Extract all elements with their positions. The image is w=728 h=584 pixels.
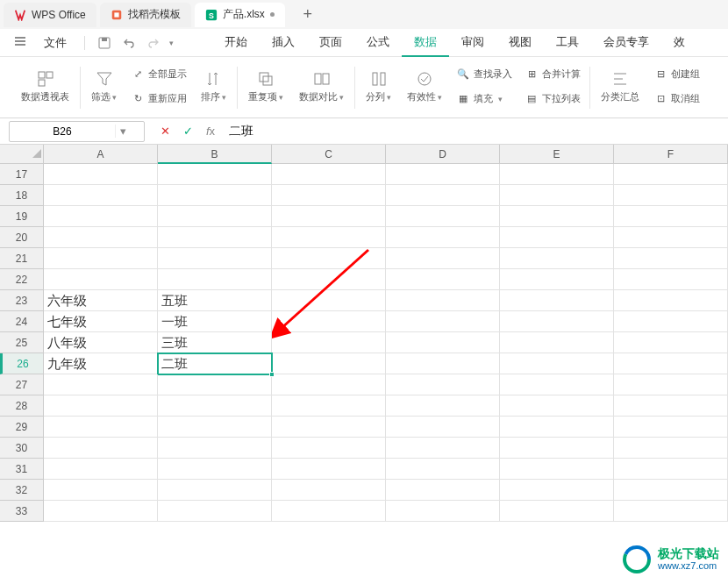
create-group-button[interactable]: ⊟创建组	[653, 65, 700, 84]
cell-C33[interactable]	[272, 501, 386, 522]
cell-F20[interactable]	[614, 227, 728, 248]
cell-C18[interactable]	[272, 185, 386, 206]
cell-F33[interactable]	[614, 501, 728, 522]
cell-D22[interactable]	[386, 269, 500, 290]
cell-F25[interactable]	[614, 332, 728, 353]
cell-D27[interactable]	[386, 374, 500, 395]
cell-B20[interactable]	[158, 227, 272, 248]
cell-B28[interactable]	[158, 395, 272, 417]
cell-C28[interactable]	[272, 395, 386, 417]
cell-F29[interactable]	[614, 417, 728, 438]
subtotal-button[interactable]: 分类汇总	[599, 62, 641, 111]
cell-D17[interactable]	[386, 164, 500, 185]
split-col-button[interactable]: 分列▾	[364, 62, 393, 111]
cell-D25[interactable]	[386, 332, 500, 353]
cell-C32[interactable]	[272, 480, 386, 501]
tab-insert[interactable]: 插入	[260, 29, 307, 57]
cell-F23[interactable]	[614, 290, 728, 311]
cell-F21[interactable]	[614, 248, 728, 269]
hamburger-icon[interactable]	[9, 32, 32, 53]
cell-B21[interactable]	[158, 248, 272, 269]
cell-C23[interactable]	[272, 290, 386, 311]
undo-button[interactable]	[118, 32, 139, 53]
file-menu[interactable]: 文件	[35, 32, 75, 54]
ungroup-button[interactable]: ⊡取消组	[653, 89, 700, 109]
tab-review[interactable]: 审阅	[449, 29, 496, 57]
col-header-A[interactable]: A	[44, 145, 158, 164]
col-header-D[interactable]: D	[386, 145, 500, 164]
cell-C27[interactable]	[272, 374, 386, 395]
name-box[interactable]: ▾	[9, 121, 145, 142]
cell-C25[interactable]	[272, 332, 386, 353]
cell-E19[interactable]	[500, 206, 614, 227]
row-header-25[interactable]: 25	[0, 332, 44, 353]
cell-E21[interactable]	[500, 248, 614, 269]
cell-B26[interactable]: 二班	[158, 353, 272, 374]
cell-C20[interactable]	[272, 227, 386, 248]
tab-start[interactable]: 开始	[212, 29, 260, 57]
cell-D23[interactable]	[386, 290, 500, 311]
pivot-table-button[interactable]: 数据透视表	[19, 62, 71, 111]
row-header-23[interactable]: 23	[0, 290, 44, 311]
cell-D33[interactable]	[386, 501, 500, 522]
confirm-icon[interactable]: ✓	[180, 125, 196, 138]
cell-C31[interactable]	[272, 459, 386, 480]
cell-E30[interactable]	[500, 438, 614, 459]
cell-A21[interactable]	[44, 248, 158, 269]
cell-E26[interactable]	[500, 353, 614, 374]
cell-E33[interactable]	[500, 501, 614, 522]
row-header-28[interactable]: 28	[0, 395, 44, 417]
cell-A33[interactable]	[44, 501, 158, 522]
cell-B30[interactable]	[158, 438, 272, 459]
name-box-input[interactable]	[10, 125, 115, 138]
row-header-27[interactable]: 27	[0, 374, 44, 395]
cell-F22[interactable]	[614, 269, 728, 290]
row-header-19[interactable]: 19	[0, 206, 44, 227]
col-header-C[interactable]: C	[272, 145, 386, 164]
tab-wps-home[interactable]: WPS Office	[4, 3, 96, 27]
cell-D19[interactable]	[386, 206, 500, 227]
show-all-button[interactable]: ⤢全部显示	[131, 65, 187, 84]
row-header-33[interactable]: 33	[0, 501, 44, 522]
new-tab-button[interactable]: +	[296, 3, 320, 27]
cell-A30[interactable]	[44, 438, 158, 459]
cell-C26[interactable]	[272, 353, 386, 374]
cell-B33[interactable]	[158, 501, 272, 522]
cell-D31[interactable]	[386, 459, 500, 480]
find-entry-button[interactable]: 🔍查找录入	[456, 65, 512, 84]
row-header-32[interactable]: 32	[0, 480, 44, 501]
cell-A29[interactable]	[44, 417, 158, 438]
tab-page[interactable]: 页面	[307, 29, 354, 57]
cell-F27[interactable]	[614, 374, 728, 395]
cell-B18[interactable]	[158, 185, 272, 206]
tab-more[interactable]: 效	[661, 29, 697, 57]
cell-E24[interactable]	[500, 311, 614, 332]
tab-member[interactable]: 会员专享	[591, 29, 661, 57]
cell-C22[interactable]	[272, 269, 386, 290]
cell-D18[interactable]	[386, 185, 500, 206]
cell-E32[interactable]	[500, 480, 614, 501]
cell-E28[interactable]	[500, 395, 614, 417]
row-header-29[interactable]: 29	[0, 417, 44, 438]
cell-F28[interactable]	[614, 395, 728, 417]
qat-dropdown-icon[interactable]: ▾	[169, 39, 174, 47]
cell-E23[interactable]	[500, 290, 614, 311]
cell-A27[interactable]	[44, 374, 158, 395]
row-header-24[interactable]: 24	[0, 311, 44, 332]
row-header-31[interactable]: 31	[0, 459, 44, 480]
select-all-corner[interactable]	[0, 145, 44, 164]
cell-A24[interactable]: 七年级	[44, 311, 158, 332]
save-button[interactable]	[94, 32, 115, 53]
cell-D20[interactable]	[386, 227, 500, 248]
cell-B25[interactable]: 三班	[158, 332, 272, 353]
cell-F31[interactable]	[614, 459, 728, 480]
cell-F32[interactable]	[614, 480, 728, 501]
col-header-F[interactable]: F	[614, 145, 728, 164]
cell-F30[interactable]	[614, 438, 728, 459]
cell-D21[interactable]	[386, 248, 500, 269]
cell-E20[interactable]	[500, 227, 614, 248]
row-header-30[interactable]: 30	[0, 438, 44, 459]
consolidate-button[interactable]: ⊞合并计算	[525, 65, 581, 84]
cell-C24[interactable]	[272, 311, 386, 332]
cell-A22[interactable]	[44, 269, 158, 290]
